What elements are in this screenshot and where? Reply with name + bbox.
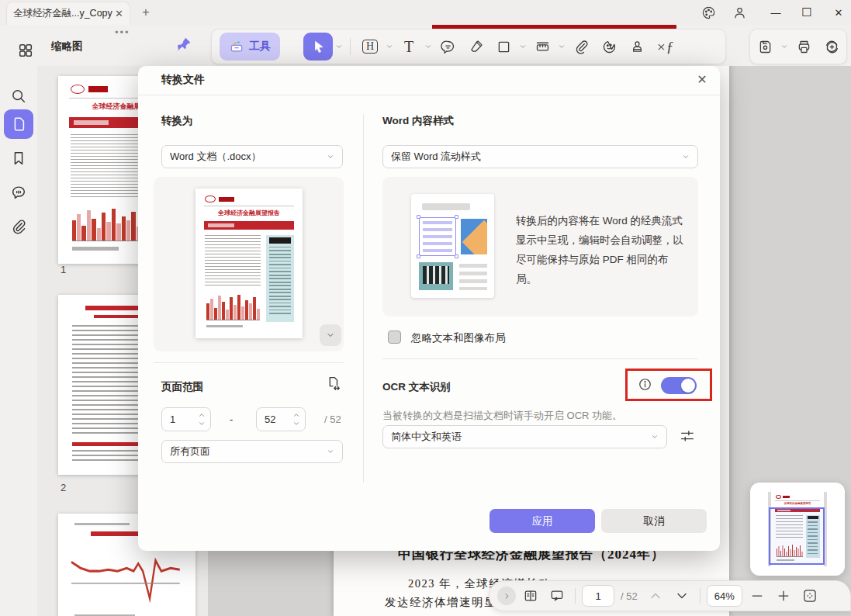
- tools-button[interactable]: 工具: [220, 33, 280, 61]
- pin-icon[interactable]: [175, 36, 195, 56]
- panel-title: 缩略图: [51, 40, 83, 54]
- measure-tool-icon[interactable]: [529, 33, 555, 60]
- range-from-input[interactable]: 1: [161, 407, 211, 431]
- cancel-button[interactable]: 取消: [601, 509, 707, 533]
- zoom-level-input[interactable]: 64%: [707, 585, 742, 607]
- chevron-down-icon: [326, 330, 335, 340]
- chevron-down-icon: [198, 420, 206, 427]
- range-to-input[interactable]: 52: [256, 407, 306, 431]
- ocr-language-select[interactable]: 简体中文和英语: [382, 425, 667, 448]
- header-tool-chevron-icon[interactable]: [385, 36, 394, 57]
- window-close-button[interactable]: ✕: [827, 3, 850, 22]
- dialog-close-icon[interactable]: ✕: [694, 71, 711, 88]
- navigator-thumbnail[interactable]: 全球经济金融展望报告: [768, 492, 827, 566]
- account-icon[interactable]: [728, 3, 751, 22]
- attachments-icon[interactable]: [4, 212, 33, 241]
- page-view-mode-icon[interactable]: [519, 584, 542, 607]
- apply-button[interactable]: 应用: [489, 509, 595, 533]
- minimize-button[interactable]: —: [764, 3, 787, 22]
- zoom-level-value: 64%: [714, 590, 735, 602]
- new-tab-button[interactable]: +: [138, 5, 154, 20]
- page-number-input[interactable]: 1: [582, 585, 614, 607]
- attach-tool-icon[interactable]: [568, 33, 594, 60]
- word-style-info-card: 转换后的内容将在 Word 的经典流式显示中呈现，编辑时会自动调整，以尽可能保持…: [382, 177, 698, 317]
- zoom-out-icon[interactable]: [745, 584, 769, 607]
- ocr-advanced-settings-icon[interactable]: [679, 427, 696, 448]
- text-tool-button[interactable]: T: [396, 33, 422, 60]
- save-chevron-icon[interactable]: [780, 36, 789, 57]
- maximize-button[interactable]: ☐: [795, 3, 818, 22]
- panel-drag-handle[interactable]: •••: [115, 26, 130, 38]
- range-to-stepper[interactable]: [292, 411, 300, 427]
- document-preview-card: 全球经济金融展望报告: [154, 177, 344, 351]
- signature-tool-icon[interactable]: ×ƒ: [652, 33, 678, 60]
- ignore-layout-label: 忽略文本和图像布局: [411, 331, 506, 345]
- app-grid-icon[interactable]: [11, 36, 40, 65]
- thumbnails-panel-icon[interactable]: [4, 109, 33, 139]
- shape-tool-chevron-icon[interactable]: [518, 36, 528, 57]
- chevron-up-icon: [198, 411, 206, 419]
- chevron-up-icon: [292, 411, 300, 419]
- measure-tool-chevron-icon[interactable]: [557, 36, 566, 57]
- word-style-select[interactable]: 保留 Word 流动样式: [382, 145, 698, 168]
- chevron-down-icon: [292, 420, 300, 427]
- main-toolbar: 工具 H T ×ƒ: [211, 29, 726, 64]
- stamp-tool-icon[interactable]: [624, 33, 650, 60]
- collapse-toolbar-button[interactable]: [497, 587, 516, 605]
- next-page-chevron-icon[interactable]: [670, 584, 694, 607]
- tab-close-icon[interactable]: ✕: [115, 9, 123, 19]
- fit-screen-icon[interactable]: [798, 584, 822, 607]
- chevron-down-icon: [327, 153, 334, 161]
- document-preview-page: 全球经济金融展望报告: [195, 189, 303, 338]
- highlighter-tool-icon[interactable]: [462, 33, 489, 60]
- sticker-tool-icon[interactable]: [596, 33, 622, 60]
- ai-assistant-icon[interactable]: [818, 33, 845, 60]
- convert-format-select[interactable]: Word 文档（.docx）: [161, 145, 343, 168]
- preview-doc-title: 全球经济金融展望报告: [195, 209, 303, 217]
- left-rail: [0, 25, 37, 616]
- select-tool-chevron-icon[interactable]: [334, 36, 344, 57]
- theme-palette-icon[interactable]: [697, 3, 720, 22]
- range-dash: -: [230, 414, 233, 425]
- file-actions-toolbar: [749, 29, 847, 64]
- comments-icon[interactable]: [4, 178, 33, 207]
- page-scope-select[interactable]: 所有页面: [161, 440, 343, 463]
- previous-page-chevron-icon[interactable]: [644, 584, 667, 607]
- chevron-down-icon: [682, 153, 690, 161]
- ignore-layout-checkbox[interactable]: [388, 330, 401, 344]
- flow-layout-illustration: [411, 194, 494, 298]
- search-icon[interactable]: [4, 81, 33, 111]
- chevron-right-icon: [503, 592, 511, 600]
- pdf-editor-window: 全球经济金融...y_Copy ✕ + — ☐ ✕ 中国银行全球经济金融展望报告…: [0, 0, 851, 616]
- thumbnail-page-number: 1: [61, 264, 66, 275]
- header-tool-button[interactable]: H: [357, 33, 383, 60]
- tab-bar: 全球经济金融...y_Copy ✕ + — ☐ ✕: [0, 0, 851, 25]
- document-tab[interactable]: 全球经济金融...y_Copy ✕: [6, 2, 130, 25]
- viewport-indicator[interactable]: [769, 507, 825, 565]
- text-tool-chevron-icon[interactable]: [424, 36, 433, 57]
- tools-button-label: 工具: [249, 40, 271, 54]
- comment-tool-icon[interactable]: [434, 33, 461, 60]
- shape-tool-icon[interactable]: [490, 33, 517, 60]
- select-tool-button[interactable]: [303, 33, 333, 61]
- dialog-title: 转换文件: [161, 73, 205, 87]
- save-icon[interactable]: [752, 33, 778, 60]
- page-scope-value: 所有页面: [170, 445, 327, 459]
- print-icon[interactable]: [790, 33, 817, 60]
- bank-logo-icon: [205, 196, 216, 203]
- bottom-toolbar: 1 / 52 64%: [489, 580, 851, 611]
- zoom-in-icon[interactable]: [772, 584, 795, 607]
- range-from-stepper[interactable]: [198, 411, 206, 427]
- presentation-mode-icon[interactable]: [545, 584, 569, 607]
- word-style-label: Word 内容样式: [382, 114, 454, 128]
- preview-next-page-button[interactable]: [320, 324, 341, 346]
- bank-logo-icon: [71, 85, 85, 94]
- page-range-label: 页面范围: [161, 380, 203, 394]
- ocr-language-value: 简体中文和英语: [391, 430, 651, 444]
- ocr-hint: 当被转换的文档是扫描文档时请手动开启 OCR 功能。: [382, 409, 622, 423]
- document-tab-title: 全球经济金融...y_Copy: [13, 7, 115, 20]
- ocr-label: OCR 文本识别: [382, 380, 451, 394]
- custom-range-icon[interactable]: [324, 375, 341, 395]
- bookmarks-icon[interactable]: [4, 144, 33, 173]
- thumbnail-page-number: 2: [61, 482, 66, 493]
